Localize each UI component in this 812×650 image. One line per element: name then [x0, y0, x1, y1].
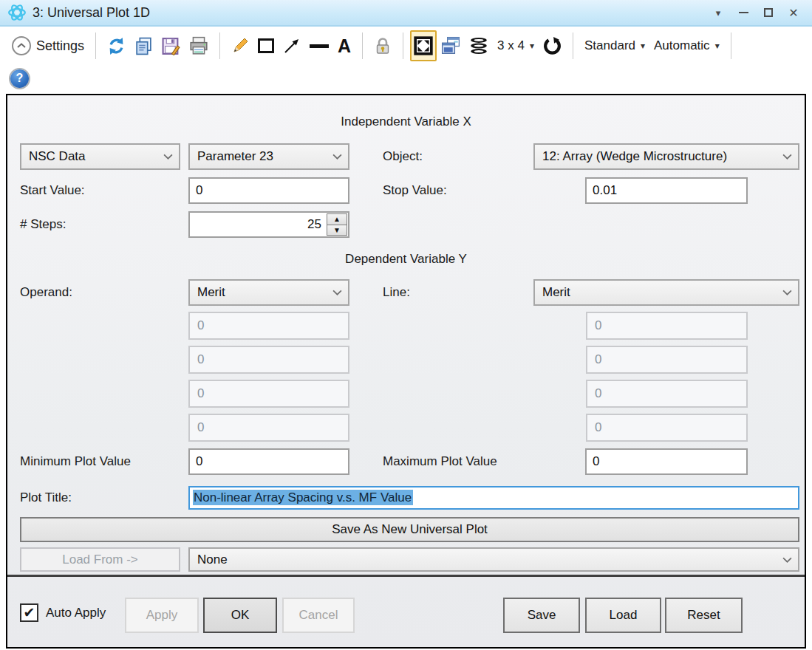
steps-spinner[interactable]: ▲ ▼ [327, 213, 347, 236]
load-from-button[interactable]: Load From -> [20, 547, 180, 572]
toolbar: Settings [0, 28, 812, 64]
universal-plot-window: 3: Universal Plot 1D ▾ ✕ Settings [0, 0, 812, 650]
layers-button[interactable] [465, 30, 493, 61]
active-window-button[interactable] [437, 30, 465, 61]
grid-size-label: 3 x 4 [497, 38, 525, 53]
app-icon [7, 3, 27, 22]
fit-window-button-active[interactable] [410, 30, 437, 61]
text-icon: A [338, 36, 351, 55]
plot-title-selected-text: Non-linear Array Spacing v.s. MF Value [193, 490, 413, 505]
reset-zoom-button[interactable] [539, 30, 566, 61]
parameter-dropdown[interactable]: Parameter 23 [188, 143, 349, 170]
maximum-plot-value-label: Maximum Plot Value [383, 448, 497, 475]
refresh-button[interactable] [103, 30, 130, 61]
toolbar-separator [219, 32, 220, 59]
window-menu-caret-icon[interactable]: ▾ [707, 0, 729, 25]
caret-down-icon: ▾ [530, 41, 534, 51]
y-param-left-2: 0 [188, 346, 349, 374]
plot-title-input[interactable]: Non-linear Array Spacing v.s. MF Value [188, 486, 799, 510]
active-window-icon [441, 36, 460, 55]
grid-size-dropdown[interactable]: 3 x 4 ▾ [493, 30, 539, 61]
lock-button[interactable] [369, 30, 396, 61]
toolbar-separator [731, 32, 731, 59]
pencil-tool-button[interactable] [227, 30, 253, 61]
spin-up-icon[interactable]: ▲ [327, 214, 347, 225]
load-button[interactable]: Load [585, 598, 661, 633]
operand-dropdown[interactable]: Merit [188, 279, 349, 306]
object-label: Object: [383, 143, 423, 170]
standard-dropdown[interactable]: Standard ▾ [580, 30, 649, 61]
line-value: Merit [542, 285, 570, 299]
y-param-left-1: 0 [188, 312, 349, 340]
operand-value: Merit [197, 285, 225, 299]
help-button[interactable]: ? [10, 69, 29, 88]
spin-down-icon[interactable]: ▼ [327, 225, 347, 236]
toolbar-separator [403, 32, 403, 59]
toolbar-separator [573, 32, 573, 59]
apply-button[interactable]: Apply [125, 598, 199, 633]
arrow-icon [283, 37, 301, 55]
load-from-dropdown[interactable]: None [188, 547, 799, 572]
pencil-icon [231, 37, 249, 55]
help-icon: ? [16, 72, 24, 85]
object-dropdown[interactable]: 12: Array (Wedge Microstructure) [533, 143, 799, 170]
chevron-down-icon [782, 290, 792, 296]
start-value-input[interactable] [188, 177, 349, 204]
stop-value-input[interactable] [585, 177, 748, 204]
print-button[interactable] [185, 30, 213, 61]
fit-window-icon [414, 36, 433, 55]
refresh-icon [107, 37, 126, 55]
start-value-label: Start Value: [20, 177, 85, 204]
text-tool-button[interactable]: A [333, 30, 355, 61]
minimum-plot-value-label: Minimum Plot Value [20, 448, 131, 475]
line-label: Line: [383, 279, 410, 306]
auto-apply-checkbox[interactable]: ✔ [20, 603, 38, 622]
save-button[interactable]: Save [503, 598, 580, 633]
check-icon: ✔ [24, 606, 35, 620]
automatic-dropdown[interactable]: Automatic ▾ [649, 30, 724, 61]
chevron-down-icon [163, 154, 173, 160]
stop-value-label: Stop Value: [383, 177, 447, 204]
copy-button[interactable] [130, 30, 157, 61]
minimum-plot-value-input[interactable] [188, 448, 349, 475]
steps-value: 25 [307, 213, 321, 236]
close-icon[interactable]: ✕ [782, 0, 805, 25]
y-param-right-3: 0 [586, 380, 748, 408]
y-param-left-3: 0 [188, 380, 349, 408]
ok-button[interactable]: OK [203, 598, 277, 633]
line-icon [310, 44, 329, 48]
auto-apply-label: Auto Apply [46, 603, 106, 623]
steps-input[interactable]: 25 ▲ ▼ [188, 211, 349, 238]
category-dropdown[interactable]: NSC Data [20, 143, 180, 170]
settings-label: Settings [36, 38, 84, 54]
automatic-label: Automatic [654, 38, 710, 53]
caret-down-icon: ▾ [715, 41, 720, 51]
maximize-icon[interactable] [757, 0, 779, 25]
section-title-dependent-y: Dependent Variable Y [7, 252, 805, 267]
cancel-button[interactable]: Cancel [282, 598, 355, 633]
chevron-down-icon [782, 556, 792, 563]
save-image-button[interactable] [157, 30, 185, 61]
caret-down-icon: ▾ [641, 41, 645, 51]
lock-icon [374, 37, 392, 55]
minimize-icon[interactable] [732, 0, 754, 25]
line-dropdown[interactable]: Merit [533, 279, 799, 306]
title-bar[interactable]: 3: Universal Plot 1D ▾ ✕ [0, 0, 812, 27]
chevron-up-icon [12, 36, 31, 55]
save-as-new-universal-plot-button[interactable]: Save As New Universal Plot [20, 517, 799, 542]
chevron-down-icon [332, 290, 342, 296]
arrow-tool-button[interactable] [279, 30, 305, 61]
object-value: 12: Array (Wedge Microstructure) [542, 149, 727, 163]
settings-panel: Independent Variable X NSC Data Paramete… [6, 94, 806, 649]
window-title: 3: Universal Plot 1D [33, 5, 150, 21]
rectangle-icon [258, 38, 274, 53]
operand-label: Operand: [20, 279, 72, 306]
settings-expand-button[interactable]: Settings [7, 30, 89, 61]
reset-button[interactable]: Reset [665, 598, 743, 633]
section-title-independent-x: Independent Variable X [7, 114, 805, 129]
maximum-plot-value-input[interactable] [585, 448, 748, 475]
line-tool-button[interactable] [305, 30, 333, 61]
steps-label: # Steps: [20, 211, 66, 238]
toolbar-separator [95, 32, 96, 59]
rectangle-tool-button[interactable] [253, 30, 279, 61]
